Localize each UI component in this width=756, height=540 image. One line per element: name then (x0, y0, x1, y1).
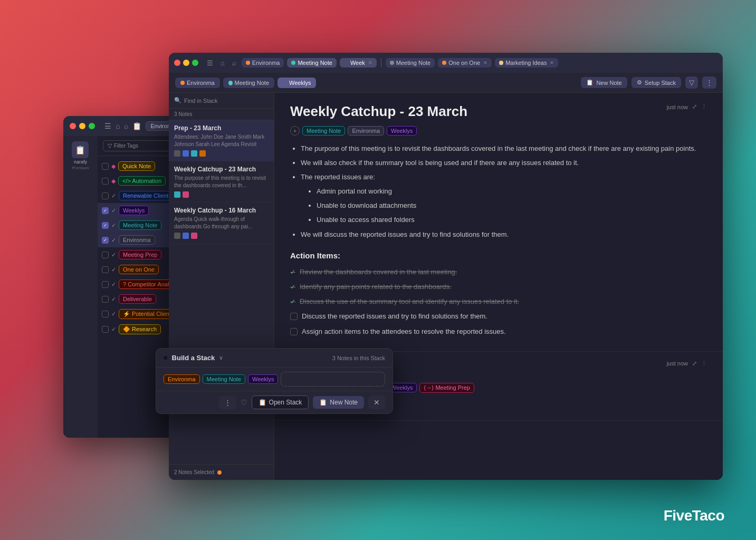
filter-icon-btn[interactable]: ▽ (685, 76, 698, 89)
sec-tab-meeting-note[interactable]: ◎ Meeting Note (223, 78, 274, 88)
build-stack-close-button[interactable]: ✕ (368, 396, 385, 409)
stack-checkbox-automation[interactable] (102, 178, 109, 185)
narafy-premium-text: Premium (72, 166, 89, 170)
checkbox-5[interactable] (290, 328, 298, 335)
notes-icon[interactable]: 📋 (132, 122, 141, 130)
stack-dots-button[interactable]: ⋮ (219, 396, 236, 409)
traffic-light-red[interactable] (70, 123, 76, 129)
tab-close-weeklys[interactable]: ✕ (368, 60, 372, 65)
tab-meeting-note-1[interactable]: Meeting Note (287, 58, 336, 68)
automation-chip[interactable]: </> Automation (118, 176, 166, 186)
bullet-2: We will also check if the summary tool i… (301, 157, 707, 169)
setup-stack-button[interactable]: ⚙ Setup Stack (631, 77, 681, 88)
build-stack-tag-meeting-note[interactable]: Meeting Note (203, 374, 245, 384)
renewable-clients-chip[interactable]: Renewable Clients (119, 191, 176, 200)
stack-checkbox-pc[interactable] (102, 311, 109, 317)
tab-close-ooo[interactable]: ✕ (483, 60, 487, 65)
tab-meeting-note-2[interactable]: Meeting Note (386, 58, 435, 68)
home-icon[interactable]: ⌂ (116, 122, 120, 130)
check-icon-pc: ✓ (111, 311, 116, 317)
tag-add-button[interactable]: + (290, 126, 300, 136)
open-stack-button[interactable]: 📋 Open Stack (252, 396, 309, 409)
tab-close-marketing[interactable]: ✕ (550, 60, 554, 65)
meeting-prep-chip[interactable]: Meeting Prep (119, 250, 161, 259)
expand-icon[interactable]: ⤢ (692, 103, 697, 110)
main-tl-yellow[interactable] (183, 60, 189, 66)
tab-one-on-one[interactable]: One on One ✕ (438, 58, 492, 68)
tag-weeklys[interactable]: Weeklys (387, 126, 417, 136)
traffic-light-green[interactable] (89, 123, 95, 129)
secondary-tabbar: Environma ◎ Meeting Note Weeklys 📋 New N… (169, 73, 723, 93)
diamond-icon2: ◆ (111, 178, 116, 185)
notes-count: 3 Notes (169, 109, 274, 120)
narafy-logo-icon: 📋 (72, 141, 89, 158)
more-icon[interactable]: ⋮ (701, 103, 707, 110)
stack-checkbox-weeklys[interactable]: ✓ (102, 207, 109, 214)
prep-tag-meeting-prep[interactable]: ⟨→⟩ Meeting Prep (419, 383, 474, 393)
note-item-weekly-23[interactable]: Weekly Catchup - 23 March The purpose of… (169, 161, 274, 202)
tab-meeting-note-2-label: Meeting Note (396, 60, 430, 66)
tab-weeklys[interactable]: Week ✕ (340, 58, 377, 68)
build-stack-chevron[interactable]: ∨ (219, 354, 223, 361)
stack-checkbox-env[interactable]: ✓ (102, 237, 109, 244)
checkbox-4[interactable] (290, 313, 298, 320)
expand-icon-prep[interactable]: ⤢ (692, 360, 697, 367)
potential-client-chip[interactable]: ⚡ Potential Client (119, 309, 175, 319)
stack-checkbox-renewable[interactable] (102, 192, 109, 199)
stack-checkbox-mp[interactable] (102, 252, 109, 258)
heart-icon[interactable]: ♡ (241, 398, 247, 407)
build-stack-tag-weeklys[interactable]: Weeklys (248, 374, 278, 384)
action-item-4[interactable]: Discuss the reported issues and try to f… (290, 311, 707, 322)
sec-tab-environma[interactable]: Environma (175, 78, 220, 88)
home-icon-main[interactable]: ⌂ (218, 58, 227, 68)
tab-weeklys-label: Week (350, 60, 365, 66)
main-tl-red[interactable] (174, 60, 180, 66)
weeklys-chip[interactable]: Weeklys (119, 206, 149, 215)
tab-dot-environma (246, 61, 250, 65)
meeting-note-chip[interactable]: Meeting Note (119, 220, 161, 230)
notes-search-inner: 🔍 Find in Stack (174, 97, 269, 104)
tag-meeting-note[interactable]: Meeting Note (302, 126, 345, 136)
stack-checkbox-del[interactable] (102, 296, 109, 303)
stack-checkbox-meeting[interactable]: ✓ (102, 222, 109, 229)
new-note-label: New Note (596, 80, 621, 86)
search-icon[interactable]: ⌕ (124, 122, 128, 130)
bullet-1: The purpose of this meeting is to revisi… (301, 143, 707, 155)
tab-marketing-ideas[interactable]: ⊞ Marketing Ideas ✕ (495, 58, 558, 68)
check-icon-rc: ✓ (111, 192, 116, 199)
stack-checkbox-quick-note[interactable] (102, 163, 109, 170)
one-on-one-chip[interactable]: One on One (119, 265, 159, 274)
stack-checkbox-ooo[interactable] (102, 266, 109, 273)
tab-dot-meeting1 (291, 61, 295, 65)
notes-statusbar: 2 Notes Selected (169, 464, 274, 480)
tag-environma[interactable]: Environma (348, 126, 384, 136)
research-chip[interactable]: 🔶 Research (119, 324, 161, 334)
traffic-light-yellow[interactable] (79, 123, 85, 129)
more-options-btn[interactable]: ⋮ (702, 76, 716, 89)
search-icon-main[interactable]: ⌕ (230, 58, 238, 68)
hamburger-icon[interactable]: ☰ (104, 122, 111, 130)
content-panel: Weekly Catchup - 23 March just now ⤢ ⋮ +… (274, 93, 723, 480)
note-item-weekly-16[interactable]: Weekly Catchup - 16 March Agenda Quick w… (169, 202, 274, 244)
new-note-button[interactable]: 📋 New Note (581, 77, 627, 88)
main-content: 🔍 Find in Stack 3 Notes Prep - 23 March … (169, 93, 723, 480)
deliverable-chip[interactable]: Deliverable (119, 294, 156, 304)
build-stack-tag-environma[interactable]: Environma (164, 374, 200, 384)
tab-environma[interactable]: Environma (242, 58, 284, 68)
sec-tab-weeklys[interactable]: Weeklys (277, 78, 316, 88)
note-item-prep-23[interactable]: Prep - 23 March Attendees: John Doe Jane… (169, 120, 274, 161)
stack-new-note-button[interactable]: 📋 New Note (313, 396, 364, 409)
more-icon-prep[interactable]: ⋮ (701, 360, 707, 367)
main-tl-green[interactable] (192, 60, 198, 66)
stack-new-note-label: New Note (330, 399, 358, 406)
action-item-5[interactable]: Assign action items to the attendees to … (290, 326, 707, 338)
check-icon-res: ✓ (111, 326, 116, 333)
quick-note-chip[interactable]: Quick Note (118, 161, 155, 171)
stack-checkbox-ca[interactable] (102, 281, 109, 288)
stack-checkbox-res[interactable] (102, 326, 109, 333)
note-item-icons-prep-23 (174, 150, 269, 157)
environma-chip-list[interactable]: Environma (119, 235, 155, 245)
bullet-4: We will discuss the reported issues and … (301, 229, 707, 240)
weekly-catchup-section: Weekly Catchup - 23 March just now ⤢ ⋮ +… (274, 93, 723, 352)
hamburger-icon-main[interactable]: ☰ (205, 58, 215, 68)
